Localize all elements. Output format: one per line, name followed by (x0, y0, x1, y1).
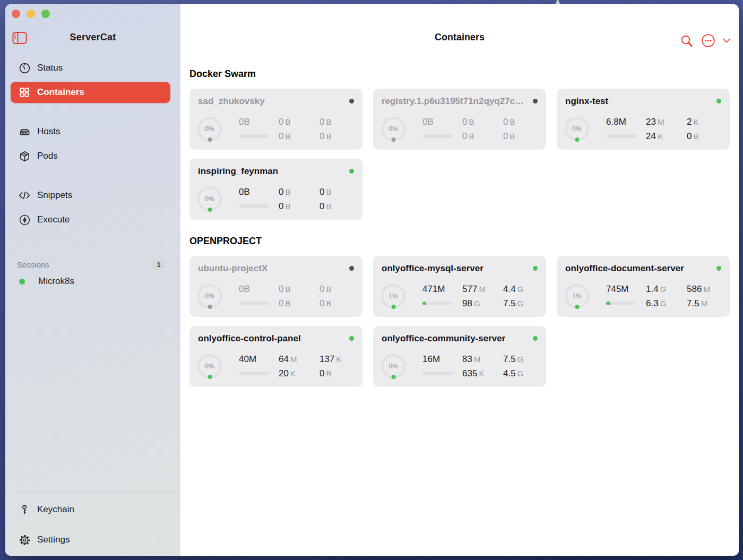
cpu-percent: 1% (567, 286, 587, 306)
stat-value: 137K (319, 354, 341, 365)
cpu-ring: 0% (197, 354, 222, 378)
sidebar-item-snippets[interactable]: Snippets (11, 185, 170, 206)
container-status-dot (349, 169, 354, 174)
search-icon[interactable] (680, 34, 694, 48)
sidebar-item-label: Status (37, 63, 63, 73)
container-card[interactable]: ubuntu-projectX 0% 0B 0B 0B 0B 0B (189, 256, 362, 317)
network-column: 64M 20K (279, 354, 297, 379)
memory-bar (606, 134, 636, 138)
container-card[interactable]: registry.1.p6u3195t71n2qyq27cs9z… 0% 0B … (373, 89, 546, 150)
stat-value: 20K (279, 368, 297, 379)
cpu-ring-indicator-dot (208, 375, 212, 379)
mouse-cursor (553, 0, 563, 4)
chevron-down-icon[interactable] (723, 38, 730, 43)
minimize-button[interactable] (27, 10, 35, 18)
sidebar-item-status[interactable]: Status (11, 57, 170, 79)
sidebar-item-label: Pods (37, 151, 58, 161)
io-column: 0B 0B (319, 186, 331, 212)
memory-column: 40M (239, 354, 275, 375)
stat-value: 0B (279, 298, 290, 309)
session-item-microk8s[interactable]: Microk8s (11, 271, 170, 292)
container-card[interactable]: onlyoffice-document-server 1% 745M 1.4G … (557, 256, 730, 317)
stat-value: 7.5M (687, 298, 710, 309)
sidebar: ServerCat Status Co (5, 4, 180, 556)
container-card[interactable]: sad_zhukovsky 0% 0B 0B 0B 0B 0B (189, 89, 362, 150)
container-status-dot (349, 99, 354, 104)
container-name: sad_zhukovsky (198, 96, 342, 107)
cpu-ring: 0% (381, 354, 405, 378)
stat-value: 0B (319, 186, 331, 197)
sidebar-item-settings[interactable]: Settings (11, 529, 170, 550)
cpu-percent: 0% (383, 119, 403, 139)
container-card[interactable]: inspiring_feynman 0% 0B 0B 0B 0B 0B (189, 159, 362, 220)
memory-bar (422, 372, 452, 375)
memory-bar (239, 134, 269, 138)
sidebar-item-hosts[interactable]: Hosts (11, 121, 170, 142)
memory-value: 6.8M (606, 116, 642, 127)
sidebar-item-keychain[interactable]: Keychain (11, 499, 170, 520)
stat-value: 0B (462, 116, 474, 127)
network-column: 0B 0B (279, 283, 290, 309)
key-icon (18, 503, 31, 516)
container-status-dot (716, 99, 721, 104)
sidebar-item-label: Keychain (37, 504, 74, 515)
stat-value: 7.5G (503, 354, 523, 365)
memory-value: 0B (239, 116, 275, 127)
network-column: 1.4G 6.3G (646, 283, 666, 309)
container-name: nginx-test (565, 96, 710, 107)
session-name: Microk8s (38, 276, 74, 287)
stat-value: 98G (462, 298, 486, 309)
window-controls (12, 10, 50, 18)
stat-value: 24K (646, 131, 664, 142)
code-icon (18, 189, 31, 202)
grid-icon (18, 86, 31, 99)
cpu-ring: 1% (381, 284, 405, 308)
gauge-icon (18, 62, 31, 74)
sidebar-item-pods[interactable]: Pods (11, 145, 170, 167)
memory-bar (606, 301, 636, 305)
stat-value: 4.4G (503, 283, 523, 295)
container-name: ubuntu-projectX (198, 263, 342, 274)
container-card[interactable]: nginx-test 0% 6.8M 23M 24K 2K 0B (557, 89, 730, 150)
container-card[interactable]: onlyoffice-control-panel 0% 40M 64M 20K … (189, 326, 362, 387)
bolt-icon (18, 213, 31, 226)
memory-bar-fill (606, 301, 610, 305)
container-name: onlyoffice-control-panel (198, 333, 342, 344)
stat-value: 0B (503, 116, 515, 127)
zoom-button[interactable] (41, 10, 50, 18)
container-card[interactable]: onlyoffice-mysql-server 1% 471M 577M 98G… (373, 256, 546, 317)
sidebar-item-execute[interactable]: Execute (11, 209, 170, 230)
memory-value: 0B (239, 186, 275, 197)
page-title: Containers (180, 32, 739, 43)
cpu-ring-indicator-dot (575, 137, 580, 142)
container-card[interactable]: onlyoffice-community-server 0% 16M 83M 6… (373, 326, 546, 387)
stat-value: 7.5G (503, 298, 523, 309)
sidebar-divider (16, 493, 180, 493)
more-menu-icon[interactable] (701, 33, 715, 48)
memory-bar (239, 204, 269, 208)
io-column: 0B 0B (319, 116, 331, 142)
stat-value: 0B (687, 131, 698, 142)
memory-bar (239, 301, 269, 305)
memory-bar-fill (422, 301, 426, 305)
cpu-ring-indicator-dot (392, 137, 396, 142)
sessions-count-badge: 1 (151, 259, 166, 270)
network-column: 0B 0B (462, 116, 474, 142)
cpu-ring-indicator-dot (392, 305, 396, 309)
sidebar-item-containers[interactable]: Containers (11, 82, 170, 103)
cube-icon (18, 150, 31, 162)
stat-value: 0B (319, 283, 331, 295)
cpu-ring: 1% (565, 284, 589, 308)
stat-value: 0B (279, 186, 290, 197)
app-title: ServerCat (5, 32, 180, 43)
close-button[interactable] (12, 10, 20, 18)
stat-value: 0B (319, 298, 331, 309)
io-column: 586M 7.5M (687, 283, 710, 309)
cpu-ring: 0% (565, 117, 589, 141)
io-column: 137K 0B (319, 354, 341, 379)
cpu-percent: 0% (200, 119, 220, 139)
io-column: 7.5G 4.5G (503, 354, 523, 379)
stat-value: 0B (319, 131, 331, 142)
cpu-ring: 0% (197, 187, 222, 211)
stat-value: 0B (503, 131, 515, 142)
